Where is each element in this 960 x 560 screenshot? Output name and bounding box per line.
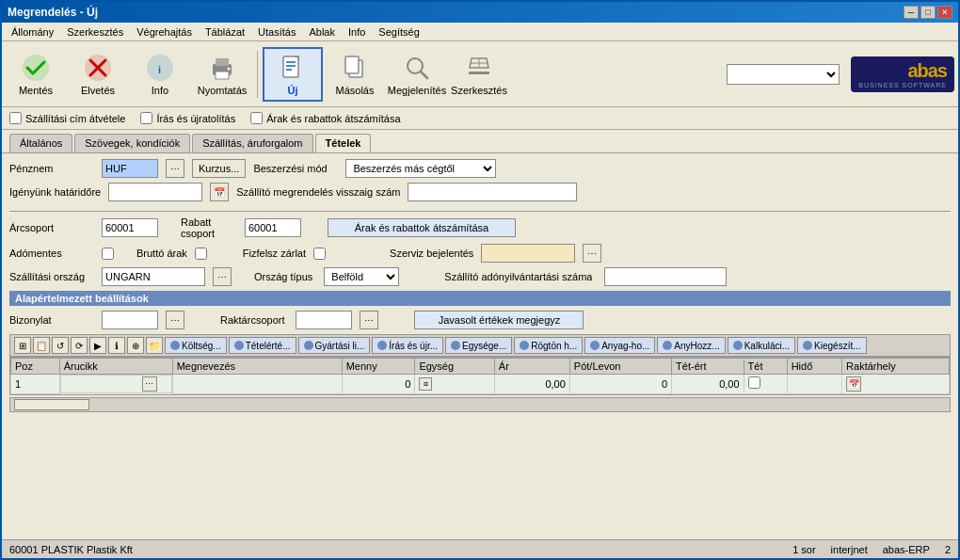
tab-altalanos[interactable]: Általános	[9, 134, 72, 152]
svg-rect-7	[216, 58, 229, 66]
szallitasi-row: Szállítási ország ⋯ Ország típus Belföld…	[9, 267, 951, 286]
col-pot-levon: Pót/Levon	[569, 359, 671, 375]
tbl-label-tetelete[interactable]: Tételérté...	[229, 337, 296, 354]
raktarcsoport-input[interactable]	[296, 311, 352, 329]
data-table: Poz Árucikk Megnevezés Menny Egység Ár P…	[10, 358, 950, 394]
arak-button[interactable]: Árak és rabattok átszámítása	[328, 218, 516, 237]
arucikk-input[interactable]	[65, 376, 140, 392]
bizonylat-label: Bizonylat	[9, 314, 94, 326]
prices-checkbox[interactable]	[250, 112, 263, 124]
tbl-btn-5[interactable]: ▶	[89, 337, 106, 354]
orszag-tipus-select[interactable]: Belföld	[324, 267, 399, 286]
szallito-adonyal-input[interactable]	[604, 267, 727, 286]
cell-menny: 0	[342, 375, 415, 394]
svg-text:i: i	[158, 64, 161, 75]
menu-allomany[interactable]: Állomány	[6, 25, 59, 39]
szerviz-input[interactable]	[481, 244, 575, 263]
col-poz: Poz	[11, 359, 60, 375]
tbl-btn-folder[interactable]: 📁	[146, 337, 163, 354]
svg-line-17	[421, 72, 427, 78]
tbl-label-gyartasi[interactable]: Gyártási li...	[298, 337, 371, 354]
print-button[interactable]: Nyomtatás	[192, 47, 252, 102]
tab-szallitas[interactable]: Szállítás, áruforgalom	[192, 134, 312, 152]
igenylunk-picker-btn[interactable]: 📅	[210, 183, 229, 201]
shipping-checkbox[interactable]	[9, 112, 22, 124]
raktarhely-picker[interactable]: 📅	[846, 376, 861, 392]
data-table-container: Poz Árucikk Megnevezés Menny Egység Ár P…	[9, 357, 951, 395]
tbl-label-anyhozz[interactable]: AnyHozz...	[657, 337, 725, 354]
tbl-btn-3[interactable]: ↺	[52, 337, 69, 354]
tbl-btn-4[interactable]: ⟳	[71, 337, 88, 354]
tbl-label-rogton[interactable]: Rögtön h...	[514, 337, 583, 354]
beszerzes-select[interactable]: Beszerzés más cégtől	[345, 159, 496, 178]
menu-vegrehajtas[interactable]: Végrehajtás	[131, 25, 198, 39]
szallitasi-orszag-input[interactable]	[102, 267, 205, 286]
penznem-picker-btn[interactable]: ⋯	[166, 159, 184, 178]
szallitasi-picker-btn[interactable]: ⋯	[213, 267, 232, 286]
cell-megnevezes[interactable]	[172, 375, 342, 394]
arucikk-picker[interactable]: ⋯	[142, 376, 157, 392]
horizontal-scrollbar[interactable]	[9, 397, 951, 412]
tbl-btn-info[interactable]: ℹ	[108, 337, 125, 354]
igenylunk-input[interactable]	[108, 183, 202, 201]
tbl-label-anyag[interactable]: Anyag-ho...	[584, 337, 655, 354]
col-hido: Hidő	[787, 359, 841, 375]
brutto-checkbox[interactable]	[195, 248, 207, 260]
rabatt-input[interactable]	[245, 218, 301, 237]
tbl-label-iras[interactable]: Írás és újr...	[372, 337, 443, 354]
egyseg-icon[interactable]: ≡	[419, 377, 432, 391]
close-button[interactable]: ✕	[937, 6, 952, 19]
col-tet: Tét	[744, 359, 787, 375]
penznem-input[interactable]	[102, 159, 158, 178]
maximize-button[interactable]: □	[920, 6, 936, 19]
tbl-btn-2[interactable]: 📋	[33, 337, 50, 354]
fizfelsz-checkbox[interactable]	[313, 248, 326, 260]
copy-button[interactable]: Másolás	[325, 47, 385, 102]
cell-arucikk[interactable]: ⋯	[60, 375, 172, 393]
menu-utasitas[interactable]: Utasítás	[252, 25, 301, 39]
menu-szerkesztes[interactable]: Szerkesztés	[61, 25, 129, 39]
menu-info[interactable]: Info	[343, 25, 371, 39]
megnevezes-input[interactable]	[177, 376, 338, 392]
szerviz-picker-btn[interactable]: ⋯	[583, 244, 601, 263]
tbl-btn-1[interactable]: ⊞	[14, 337, 31, 354]
kurzus-button[interactable]: Kurzus...	[192, 159, 246, 178]
minimize-button[interactable]: ─	[904, 6, 919, 19]
toolbar-dropdown[interactable]	[727, 64, 840, 85]
table-row: 1 ⋯ 0 ≡ 0,00	[11, 375, 950, 394]
tab-szovegek[interactable]: Szövegek, kondíciók	[74, 134, 190, 152]
szerviz-label: Szerviz bejelentés	[390, 248, 473, 259]
checkbox-shipping: Szállítási cím átvétele	[9, 112, 125, 124]
edit-button[interactable]: Szerkesztés	[449, 47, 509, 102]
tbl-btn-add[interactable]: ⊕	[127, 337, 144, 354]
rewrite-checkbox[interactable]	[140, 112, 152, 124]
svg-point-9	[228, 67, 231, 70]
bizonylat-picker-btn[interactable]: ⋯	[166, 311, 184, 329]
adomentes-checkbox[interactable]	[102, 248, 114, 260]
raktarcsoport-picker-btn[interactable]: ⋯	[360, 311, 378, 329]
tbl-label-egysege[interactable]: Egysége...	[445, 337, 512, 354]
status-version: 2	[945, 544, 951, 555]
brutto-label: Bruttó árak	[136, 248, 187, 259]
menu-tablazat[interactable]: Táblázat	[200, 25, 250, 39]
tbl-label-kiegeszit[interactable]: Kiegészít...	[797, 337, 866, 354]
save-icon	[21, 53, 51, 83]
scrollbar-thumb[interactable]	[14, 399, 89, 410]
save-button[interactable]: Mentés	[6, 47, 66, 102]
tet-checkbox[interactable]	[748, 376, 760, 389]
tbl-label-koltseg[interactable]: Költség...	[165, 337, 227, 354]
tab-tetelek[interactable]: Tételek	[315, 134, 372, 152]
menu-segitseg[interactable]: Segítség	[373, 25, 424, 39]
tbl-label-kalkul[interactable]: Kalkuláci...	[728, 337, 795, 354]
status-system: abas-ERP	[883, 544, 930, 555]
info-button[interactable]: i Info	[130, 47, 190, 102]
javasolt-button[interactable]: Javasolt értékek megjegyz	[414, 311, 584, 329]
bizonylat-input[interactable]	[102, 311, 158, 329]
window-controls: ─ □ ✕	[904, 6, 952, 19]
delete-button[interactable]: Elvetés	[68, 47, 128, 102]
menu-ablak[interactable]: Ablak	[303, 25, 341, 39]
szallito-input[interactable]	[408, 183, 577, 201]
new-button[interactable]: Új	[263, 47, 323, 102]
arcsoport-input[interactable]	[102, 218, 158, 237]
view-button[interactable]: Megjelenítés	[387, 47, 447, 102]
